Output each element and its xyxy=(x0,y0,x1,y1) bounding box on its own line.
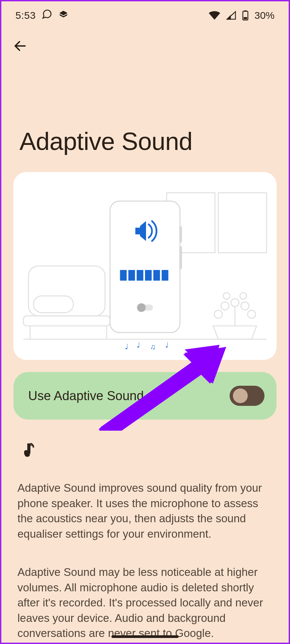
package-icon xyxy=(58,9,68,21)
back-button[interactable] xyxy=(13,39,277,53)
signal-icon xyxy=(226,11,236,20)
svg-rect-24 xyxy=(137,270,143,281)
svg-text:♩: ♩ xyxy=(137,341,140,349)
svg-rect-19 xyxy=(110,201,180,333)
svg-point-14 xyxy=(241,302,249,310)
svg-rect-25 xyxy=(145,270,152,281)
svg-rect-2 xyxy=(244,17,247,19)
adaptive-sound-toggle[interactable] xyxy=(230,386,264,406)
toggle-label: Use Adaptive Sound xyxy=(28,389,144,403)
svg-point-18 xyxy=(240,293,247,300)
svg-point-17 xyxy=(223,293,230,300)
gesture-bar[interactable] xyxy=(111,635,179,638)
svg-rect-5 xyxy=(29,266,105,316)
svg-point-16 xyxy=(248,310,256,318)
svg-rect-7 xyxy=(34,296,74,313)
svg-rect-23 xyxy=(128,270,135,281)
illustration-card: ♩ ♩ ♫ ♩ xyxy=(13,172,277,360)
svg-rect-27 xyxy=(162,270,168,281)
svg-rect-26 xyxy=(153,270,160,281)
status-left: 5:53 xyxy=(15,9,68,22)
svg-point-13 xyxy=(221,302,229,310)
svg-rect-11 xyxy=(218,193,267,253)
svg-point-12 xyxy=(231,299,239,307)
toggle-thumb xyxy=(233,388,248,403)
svg-rect-21 xyxy=(179,246,182,269)
battery-text: 30% xyxy=(254,10,275,21)
description-paragraph-1: Adaptive Sound improves sound quality fr… xyxy=(1,470,289,541)
svg-text:♫: ♫ xyxy=(150,343,155,351)
page-title: Adaptive Sound xyxy=(1,70,289,156)
svg-rect-35 xyxy=(29,443,31,454)
svg-rect-6 xyxy=(23,316,110,326)
svg-point-29 xyxy=(137,303,146,312)
wifi-icon xyxy=(209,11,220,20)
use-adaptive-sound-row[interactable]: Use Adaptive Sound xyxy=(13,372,277,420)
whatsapp-icon xyxy=(42,9,52,22)
svg-rect-22 xyxy=(120,270,127,281)
music-note-icon xyxy=(1,420,289,459)
svg-point-15 xyxy=(214,310,222,318)
battery-icon xyxy=(242,10,248,20)
svg-rect-20 xyxy=(179,226,182,243)
svg-rect-1 xyxy=(244,10,247,12)
description-paragraph-2: Adaptive Sound may be less noticeable at… xyxy=(1,552,289,641)
status-bar: 5:53 xyxy=(1,1,289,22)
nav-bar xyxy=(1,22,289,53)
device-frame: 5:53 xyxy=(0,0,290,644)
status-time: 5:53 xyxy=(15,10,36,21)
status-right: 30% xyxy=(209,10,275,21)
svg-text:♩: ♩ xyxy=(165,341,168,349)
svg-text:♩: ♩ xyxy=(125,343,128,351)
adaptive-sound-illustration: ♩ ♩ ♫ ♩ xyxy=(13,172,277,360)
